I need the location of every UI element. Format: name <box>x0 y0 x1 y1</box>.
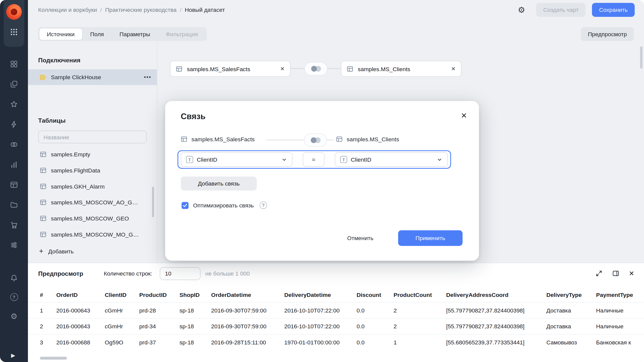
cell: 2016-000688 <box>56 339 105 346</box>
close-preview-icon[interactable]: ✕ <box>629 269 634 277</box>
table-name: samples.MS_MOSCOW_GEO <box>51 215 129 221</box>
breadcrumb-collections[interactable]: Коллекции и воркбуки <box>38 6 97 13</box>
dialog-join-type-button[interactable] <box>304 133 327 147</box>
bell-icon[interactable] <box>10 274 18 282</box>
settings-gear-icon[interactable]: ⚙ <box>11 312 18 320</box>
source-table-salesfacts[interactable]: samples.MS_SalesFacts ✕ <box>170 61 290 77</box>
column-header: DeliveryAddressCoord <box>446 291 546 298</box>
source-table-name: samples.MS_SalesFacts <box>187 65 250 72</box>
cart-icon[interactable] <box>10 221 18 229</box>
datalens-app: ? ⚙ ▶ Коллекции и воркбуки / Практически… <box>0 0 644 362</box>
cell: [55.680565239,37.773353441] <box>446 339 546 346</box>
source-table-clients[interactable]: samples.MS_Clients ✕ <box>341 61 461 77</box>
help-circle-icon[interactable]: ? <box>260 202 267 209</box>
apply-button[interactable]: Применить <box>398 230 462 246</box>
screen: ? ⚙ ▶ Коллекции и воркбуки / Практически… <box>0 0 644 362</box>
table-icon <box>40 231 46 238</box>
tables-scrollbar-thumb[interactable] <box>152 187 154 217</box>
column-header: OrderID <box>56 291 105 298</box>
sidebar-nav <box>0 60 28 249</box>
tab-sources[interactable]: Источники <box>39 28 82 40</box>
help-icon[interactable]: ? <box>10 293 18 301</box>
preview-header: Предпросмотр Количество строк: не больше… <box>28 263 644 284</box>
top-bar: Коллекции и воркбуки / Практические руко… <box>28 0 644 19</box>
chevron-down-icon <box>437 157 442 162</box>
table-list-item[interactable]: samples.MS_MOSCOW_MO_G… <box>28 226 157 242</box>
apps-grid-icon[interactable] <box>10 28 18 36</box>
dialog-close-icon[interactable]: ✕ <box>461 111 467 120</box>
remove-table-icon[interactable]: ✕ <box>280 66 285 72</box>
tab-fields[interactable]: Поля <box>83 28 112 40</box>
left-field-select[interactable]: T ClientID <box>181 152 293 167</box>
chart-bars-icon[interactable] <box>10 161 18 169</box>
create-chart-button[interactable]: Создать чарт <box>536 3 586 17</box>
datalens-logo-icon[interactable] <box>6 4 22 20</box>
table-list-item[interactable]: samples.MS_MOSCOW_GEO <box>28 210 157 226</box>
sliders-icon[interactable] <box>10 241 18 249</box>
add-table-button[interactable]: + Добавить <box>39 247 74 256</box>
side-panel-icon[interactable] <box>612 270 619 277</box>
row-count-input[interactable] <box>160 267 200 280</box>
cell: [55.797790827,37.824400398] <box>446 323 546 330</box>
table-row: 1 2016-000643 cGmHr prd-28 sp-18 2016-09… <box>28 302 644 318</box>
tab-filtering[interactable]: Фильтрация <box>158 28 206 40</box>
cell: 2 <box>393 307 446 313</box>
preview-title: Предпросмотр <box>38 270 83 277</box>
sidebar-bottom: ? ⚙ <box>0 274 28 320</box>
column-header: ProductCount <box>393 291 446 298</box>
cell: 0.0 <box>356 323 393 330</box>
right-field-value: ClientID <box>351 156 371 163</box>
table-search-input[interactable] <box>38 130 147 143</box>
sidebar: ? ⚙ ▶ <box>0 0 28 362</box>
table-list-item[interactable]: samples.GKH_Alarm <box>28 178 157 194</box>
star-icon[interactable] <box>10 100 18 108</box>
table-row: 2 2016-000643 cGmHr prd-34 sp-18 2016-09… <box>28 318 644 334</box>
connection-item-sample-clickhouse[interactable]: Sample ClickHouse ⋯ <box>28 69 157 85</box>
optimize-checkbox[interactable] <box>182 202 189 209</box>
cell: 3 <box>40 339 56 346</box>
table-list-item[interactable]: samples.Empty <box>28 146 157 162</box>
row-count-label: Количество строк: <box>104 270 152 277</box>
table-list-item[interactable]: samples.FlightData <box>28 162 157 178</box>
breadcrumb-guides[interactable]: Практические руководства <box>105 6 177 13</box>
expand-icon[interactable] <box>595 270 602 277</box>
save-button[interactable]: Сохранить <box>592 3 635 17</box>
cell: Наличные <box>596 307 644 313</box>
add-table-label: Добавить <box>48 248 74 254</box>
expand-play-icon[interactable]: ▶ <box>11 352 15 358</box>
tiles-icon[interactable] <box>10 60 18 68</box>
preview-toggle-button[interactable]: Предпросмотр <box>581 27 634 41</box>
cell: cGmHr <box>105 307 139 313</box>
operator-value: = <box>312 156 315 163</box>
sidebar-logo-area <box>4 0 24 47</box>
optimize-label: Оптимизировать связь <box>193 202 254 208</box>
lightning-icon[interactable] <box>10 120 18 128</box>
folder-icon[interactable] <box>10 201 18 209</box>
horizontal-scrollbar-thumb[interactable] <box>40 357 67 359</box>
join-condition-row: T ClientID = T ClientID <box>177 150 451 169</box>
column-header: ClientID <box>105 291 139 298</box>
string-type-icon: T <box>340 156 347 163</box>
table-row: 3 2016-000688 Og59O prd-37 sp-18 2016-09… <box>28 334 644 350</box>
cancel-button[interactable]: Отменить <box>341 230 379 246</box>
canvas-scrollbar-thumb[interactable] <box>640 47 642 69</box>
table-grid-icon[interactable] <box>10 181 18 189</box>
cell: 2016-09-30T07:59:00 <box>211 323 284 330</box>
column-header: ProductID <box>139 291 180 298</box>
table-list-item[interactable]: samples.MS_MOSCOW_AO_G… <box>28 194 157 210</box>
tab-parameters[interactable]: Параметры <box>112 28 158 40</box>
operator-button[interactable]: = <box>303 152 325 167</box>
tables-title: Таблицы <box>38 117 66 124</box>
connection-more-icon[interactable]: ⋯ <box>144 73 151 81</box>
right-field-select[interactable]: T ClientID <box>335 152 448 167</box>
join-type-button[interactable] <box>304 62 327 76</box>
stack-icon[interactable] <box>10 80 18 88</box>
cell: prd-34 <box>139 323 180 330</box>
dialog-right-table: samples.MS_Clients <box>336 136 399 143</box>
dataset-settings-gear-icon[interactable]: ⚙ <box>518 6 525 14</box>
table-icon <box>336 136 343 143</box>
rings-icon[interactable] <box>10 140 18 149</box>
remove-table-icon[interactable]: ✕ <box>451 66 456 72</box>
add-link-button[interactable]: Добавить связь <box>181 176 257 191</box>
cell: [55.797790827,37.824400398] <box>446 307 546 313</box>
